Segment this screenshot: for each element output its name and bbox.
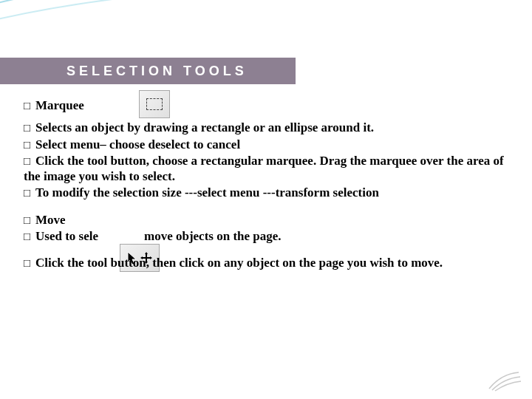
corner-decoration-icon: [486, 368, 522, 392]
background-swoosh: [0, 0, 532, 103]
bullet-marker: □: [24, 138, 35, 152]
bullet-line: □Marquee: [24, 98, 508, 113]
bullet-text-pre: Used to sele: [35, 229, 98, 243]
bullet-line: □To modify the selection size ---select …: [24, 185, 508, 200]
title-bar: SELECTION TOOLS: [0, 58, 296, 84]
bullet-line: □Move: [24, 212, 508, 228]
bullet-marker: □: [24, 186, 35, 200]
bullet-line: □Select menu– choose deselect to cancel: [24, 137, 508, 152]
bullet-text: Select menu– choose deselect to cancel: [35, 137, 240, 151]
bullet-line: □Click the tool button, then click on an…: [24, 255, 508, 270]
bullet-text: To modify the selection size ---select m…: [35, 185, 379, 200]
bullet-text: Marquee: [35, 98, 84, 112]
bullet-text: Move: [35, 213, 66, 227]
bullet-marker: □: [24, 99, 35, 113]
bullet-text: Selects an object by drawing a rectangle…: [35, 120, 374, 134]
bullet-marker: □: [24, 154, 35, 168]
bullet-line: □Selects an object by drawing a rectangl…: [24, 120, 508, 135]
content-area: □Marquee □Selects an object by drawing a…: [24, 98, 508, 271]
bullet-marker: □: [24, 256, 35, 270]
bullet-marker: □: [24, 214, 35, 228]
page-title: SELECTION TOOLS: [66, 64, 248, 79]
bullet-line: □Used to selemove objects on the page.: [24, 228, 508, 244]
bullet-text: Click the tool button, choose a rectangu…: [24, 154, 504, 183]
bullet-text-post: move objects on the page.: [144, 229, 282, 243]
bullet-marker: □: [24, 121, 35, 135]
bullet-line: □Click the tool button, choose a rectang…: [24, 153, 508, 185]
bullet-marker: □: [24, 230, 35, 244]
bullet-text: Click the tool button, then click on any…: [35, 256, 443, 270]
